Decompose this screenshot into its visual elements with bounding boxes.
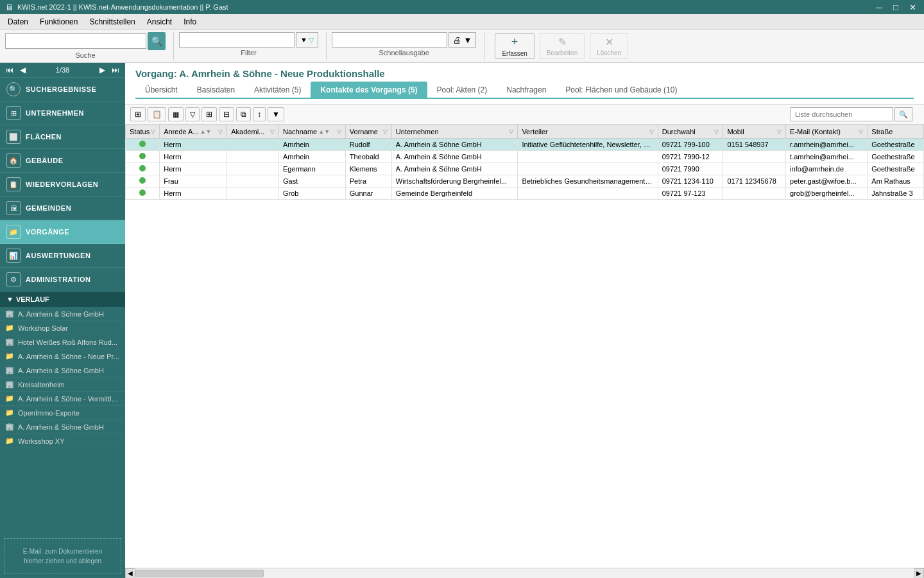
verlauf-icon-5: 🏢: [5, 380, 14, 389]
sidebar-item-flaechen[interactable]: ⬜ FLÄCHEN: [0, 125, 125, 149]
menu-ansicht[interactable]: Ansicht: [142, 16, 177, 28]
scroll-right-button[interactable]: ▶: [914, 568, 924, 579]
col-header-email[interactable]: E-Mail (Kontakt) ▽: [786, 125, 868, 139]
table-search-area: 🔍: [791, 107, 919, 121]
schnellausgabe-group: 🖨 ▼ Schnellausgabe: [332, 32, 484, 60]
menu-schnittstellen[interactable]: Schnittstellen: [84, 16, 140, 28]
col-header-vorname[interactable]: Vorname ▽: [345, 125, 391, 139]
tab-nachfragen[interactable]: Nachfragen: [497, 82, 556, 98]
filter-button[interactable]: ▼ ▽: [296, 32, 318, 48]
table-columns-btn[interactable]: ▦: [168, 107, 184, 121]
sidebar-label-wiedervorlagen: WIEDERVORLAGEN: [26, 180, 98, 188]
schnellausgabe-print-button[interactable]: 🖨 ▼: [449, 32, 476, 48]
verlauf-label-8: A. Amrhein & Söhne GmbH: [18, 423, 104, 431]
sidebar-item-gebaeude[interactable]: 🏠 GEBÄUDE: [0, 149, 125, 173]
schnellausgabe-input[interactable]: [332, 32, 447, 48]
col-header-verteiler[interactable]: Verteiler ▽: [518, 125, 658, 139]
menu-info[interactable]: Info: [178, 16, 201, 28]
minimize-button[interactable]: ─: [873, 1, 886, 13]
table-addrow-btn[interactable]: ⊞: [201, 107, 217, 121]
durchwahl-filter-icon: ▽: [714, 128, 719, 135]
menu-bar: Daten Funktionen Schnittstellen Ansicht …: [0, 14, 924, 30]
status-dot: [139, 189, 146, 196]
data-table-wrapper[interactable]: Status ▽ Anrede A... ▲▼ ▽: [125, 125, 924, 568]
sidebar-item-wiedervorlagen[interactable]: 📋 WIEDERVORLAGEN: [0, 173, 125, 197]
tab-pool-flaechen[interactable]: Pool: Flächen und Gebäude (10): [556, 82, 687, 98]
scroll-left-button[interactable]: ◀: [125, 568, 135, 579]
table-search-button[interactable]: 🔍: [894, 107, 912, 121]
sidebar-item-unternehmen[interactable]: ⊞ UNTERNEHMEN: [0, 101, 125, 125]
erfassen-button[interactable]: + Erfassen: [495, 33, 534, 59]
col-header-durchwahl[interactable]: Durchwahl ▽: [658, 125, 723, 139]
menu-funktionen[interactable]: Funktionen: [35, 16, 83, 28]
verlauf-item-2[interactable]: 🏢 Hotel Weißes Roß Alfons Rud...: [0, 335, 125, 349]
verlauf-item-3[interactable]: 📁 A. Amrhein & Söhne - Neue Pr...: [0, 349, 125, 363]
bearbeiten-button[interactable]: ✎ Bearbeiten: [540, 33, 585, 59]
sidebar-item-auswertungen[interactable]: 📊 AUSWERTUNGEN: [0, 244, 125, 268]
erfassen-label: Erfassen: [502, 50, 527, 57]
table-row[interactable]: Frau Gast Petra Wirtschaftsförderung Ber…: [126, 175, 924, 188]
filter-input[interactable]: [179, 32, 295, 48]
col-header-mobil[interactable]: Mobil ▽: [723, 125, 786, 139]
verlauf-item-4[interactable]: 🏢 A. Amrhein & Söhne GmbH: [0, 363, 125, 378]
verlauf-item-9[interactable]: 📁 Worksshop XY: [0, 434, 125, 448]
col-header-anrede[interactable]: Anrede A... ▲▼ ▽: [160, 125, 227, 139]
nav-last-button[interactable]: ⏭: [110, 66, 121, 74]
verlauf-item-8[interactable]: 🏢 A. Amrhein & Söhne GmbH: [0, 420, 125, 434]
table-list-btn[interactable]: 📋: [148, 107, 166, 121]
verlauf-header[interactable]: ▼ VERLAUF: [0, 292, 125, 307]
verteiler-filter-icon: ▽: [649, 128, 654, 135]
tab-uebersicht[interactable]: Übersicht: [135, 82, 187, 98]
tab-kontakte[interactable]: Kontakte des Vorgangs (5): [311, 82, 427, 98]
sidebar-item-administration[interactable]: ⚙ ADMINISTRATION: [0, 268, 125, 292]
scroll-track[interactable]: [135, 568, 914, 578]
search-input[interactable]: Töpper: [5, 33, 146, 49]
table-row[interactable]: Herrn Egermann Klemens A. Amrhein & Söhn…: [126, 163, 924, 175]
verlauf-item-6[interactable]: 📁 A. Amrhein & Söhne - Vermittlu...: [0, 392, 125, 406]
mobil-filter-icon: ▽: [777, 128, 782, 135]
status-filter-icon: ▽: [151, 128, 155, 135]
table-dropdown-btn[interactable]: ▼: [268, 107, 284, 121]
col-header-unternehmen[interactable]: Unternehmen ▽: [391, 125, 518, 139]
verlauf-item-1[interactable]: 📁 Workshop Solar: [0, 321, 125, 335]
sidebar-item-vorgaenge[interactable]: 📁 VORGÄNGE: [0, 220, 125, 244]
sidebar-item-suchergebnisse[interactable]: 🔍 SUCHERGEBNISSE: [0, 78, 125, 101]
verlauf-icon-2: 🏢: [5, 338, 14, 346]
verlauf-label-4: A. Amrhein & Söhne GmbH: [18, 367, 104, 374]
verlauf-item-5[interactable]: 🏢 Kreisaltenheim: [0, 378, 125, 392]
main-layout: ⏮ ◀ 1/38 ▶ ⏭ 🔍 SUCHERGEBNISSE ⊞ UNTERNEH…: [0, 63, 924, 578]
sidebar-item-gemeinden[interactable]: 🏛 GEMEINDEN: [0, 197, 125, 220]
search-button[interactable]: 🔍: [148, 32, 166, 50]
vorname-filter-icon: ▽: [383, 128, 388, 135]
table-move-btn[interactable]: ↕: [253, 107, 266, 121]
nav-first-button[interactable]: ⏮: [4, 66, 15, 74]
table-copy-btn[interactable]: ⧉: [236, 107, 251, 121]
close-button[interactable]: ✕: [906, 1, 919, 13]
nav-prev-button[interactable]: ◀: [18, 66, 28, 74]
email-drop-zone[interactable]: E-Mail zum Dokumentieren hierher ziehen …: [4, 538, 121, 574]
menu-daten[interactable]: Daten: [3, 16, 33, 28]
verlauf-item-0[interactable]: 🏢 A. Amrhein & Söhne GmbH: [0, 307, 125, 321]
maximize-button[interactable]: □: [889, 1, 902, 13]
col-header-akademisch[interactable]: Akademi... ▽: [227, 125, 279, 139]
table-filter-btn[interactable]: ▽: [185, 107, 200, 121]
tab-aktivitaeten[interactable]: Aktivitäten (5): [244, 82, 311, 98]
table-row[interactable]: Herrn Amrhein Rudolf A. Amrhein & Söhne …: [126, 139, 924, 151]
col-header-status[interactable]: Status ▽: [126, 125, 160, 139]
table-row[interactable]: Herrn Grob Gunnar Gemeinde Bergrheinfeld…: [126, 188, 924, 200]
tab-pool-akten[interactable]: Pool: Akten (2): [427, 82, 497, 98]
table-toolbar: ⊞ 📋 ▦ ▽ ⊞ ⊟ ⧉ ↕ ▼ 🔍: [125, 105, 924, 125]
loeschen-button[interactable]: ✕ Löschen: [590, 33, 628, 59]
verlauf-item-7[interactable]: 📁 OpenImmo-Exporte: [0, 406, 125, 420]
nav-next-button[interactable]: ▶: [98, 66, 107, 74]
contacts-table: Status ▽ Anrede A... ▲▼ ▽: [125, 125, 924, 200]
table-deleterow-btn[interactable]: ⊟: [219, 107, 234, 121]
col-header-nachname[interactable]: Nachname ▲▼ ▽: [279, 125, 346, 139]
col-header-strasse[interactable]: Straße: [868, 125, 924, 139]
table-grid-btn[interactable]: ⊞: [130, 107, 146, 121]
horizontal-scrollbar[interactable]: ◀ ▶: [125, 568, 924, 578]
table-search-input[interactable]: [791, 107, 893, 121]
table-row[interactable]: Herrn Amrhein Theobald A. Amrhein & Söhn…: [126, 151, 924, 163]
scroll-thumb[interactable]: [135, 570, 264, 577]
tab-basisdaten[interactable]: Basisdaten: [187, 82, 244, 98]
